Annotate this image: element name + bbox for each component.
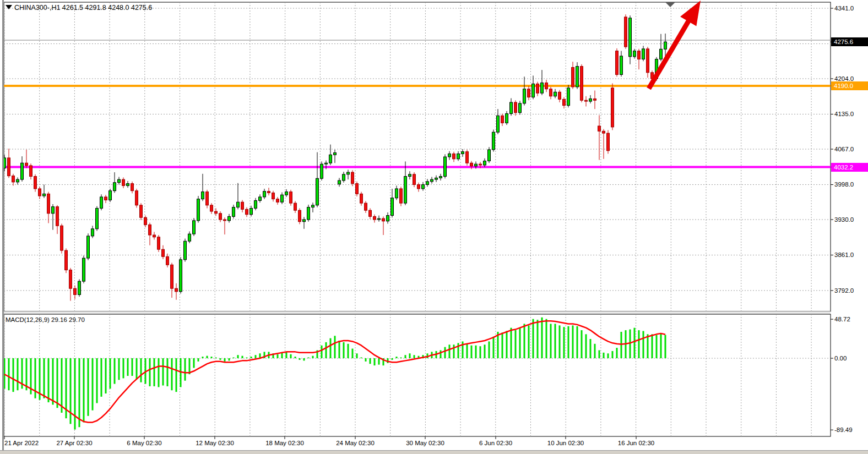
candle: [162, 249, 165, 256]
candle: [100, 197, 103, 209]
macd-bar: [339, 341, 340, 358]
macd-bar: [647, 334, 649, 358]
chart-window: CHINA300-,H1 4261.5 4291.8 4248.0 4275.6…: [0, 0, 868, 454]
macd-bar: [656, 335, 658, 358]
macd-bar: [480, 346, 481, 358]
macd-bar: [242, 356, 243, 358]
macd-bar: [281, 353, 283, 358]
macd-bar: [392, 358, 393, 360]
macd-bar: [440, 350, 442, 358]
macd-bar: [70, 358, 72, 424]
macd-bar: [83, 358, 85, 422]
macd-bar: [343, 342, 345, 358]
candle: [180, 260, 182, 292]
macd-bar: [581, 330, 583, 358]
candle: [206, 192, 209, 205]
candle: [153, 235, 156, 237]
macd-bar: [370, 358, 371, 364]
candle: [69, 270, 72, 289]
candle: [642, 49, 645, 59]
macd-bar: [453, 344, 455, 358]
candle: [149, 225, 151, 235]
date-axis-label: 6 May 02:30: [127, 440, 161, 446]
macd-axis-label: 48.72: [834, 316, 850, 322]
candle: [166, 256, 169, 265]
macd-bar: [286, 352, 287, 358]
macd-bar: [334, 336, 336, 358]
window-left-edge: [0, 0, 4, 450]
macd-bar: [400, 358, 402, 358]
macd-bar: [409, 353, 411, 358]
price-axis-label: 4341.0: [834, 5, 854, 12]
date-axis-label: 24 May 02:30: [336, 440, 375, 446]
candle: [307, 207, 310, 220]
candle: [276, 199, 279, 203]
candle: [435, 178, 438, 179]
price-axis-label: 4067.0: [834, 146, 854, 152]
macd-bar: [290, 354, 292, 358]
candle: [122, 179, 125, 185]
macd-bar: [185, 358, 186, 381]
candle: [378, 218, 381, 220]
chart-canvas[interactable]: [0, 0, 868, 454]
triangle-down-icon[interactable]: [6, 5, 12, 9]
macd-bar: [136, 358, 138, 379]
candle: [285, 192, 288, 195]
macd-bar: [537, 320, 539, 358]
candle: [83, 258, 85, 281]
macd-bar: [52, 358, 54, 404]
candle: [506, 114, 508, 123]
candle: [118, 179, 121, 183]
macd-bar: [506, 331, 508, 358]
candle: [572, 67, 574, 87]
candle: [475, 164, 478, 166]
macd-bar: [533, 319, 534, 358]
candle: [594, 99, 596, 100]
candle: [347, 172, 350, 174]
candle: [660, 49, 663, 59]
candle: [550, 89, 552, 96]
macd-bar: [612, 351, 614, 358]
candle: [523, 89, 526, 103]
candle: [369, 210, 372, 216]
candle: [360, 194, 363, 203]
candle: [131, 184, 134, 191]
macd-bar: [638, 330, 640, 358]
macd-bar: [74, 358, 76, 430]
candle: [87, 236, 90, 258]
macd-bar: [251, 357, 252, 358]
candle: [391, 198, 394, 216]
macd-bar: [585, 334, 587, 358]
candle: [492, 132, 495, 150]
candle: [228, 216, 231, 220]
candle: [581, 67, 583, 101]
candle: [488, 150, 491, 161]
macd-bar: [96, 358, 98, 403]
candle: [78, 281, 81, 294]
macd-bar: [61, 358, 63, 413]
macd-bar: [295, 357, 296, 358]
macd-bar: [88, 358, 89, 416]
candle: [470, 163, 473, 166]
macd-bar: [616, 348, 618, 358]
candle: [268, 192, 270, 193]
macd-bar: [48, 358, 50, 402]
macd-bar: [559, 325, 561, 358]
macd-bar: [114, 358, 116, 384]
candle: [395, 189, 398, 198]
resistance-line-price-label: 4190.0: [831, 81, 868, 90]
macd-bar: [171, 358, 173, 390]
candle: [224, 220, 226, 221]
candle: [484, 161, 486, 165]
price-axis-label: 3792.0: [834, 287, 854, 294]
candle: [30, 166, 32, 177]
macd-axis-label: 0.00: [834, 355, 847, 362]
macd-bar: [8, 358, 10, 390]
date-axis-label: 18 May 02:30: [265, 440, 304, 446]
candle: [440, 177, 442, 178]
macd-bar: [361, 358, 362, 358]
candle: [431, 179, 433, 182]
candle: [52, 207, 55, 214]
macd-bar: [330, 338, 332, 358]
macd-bar: [118, 358, 120, 380]
